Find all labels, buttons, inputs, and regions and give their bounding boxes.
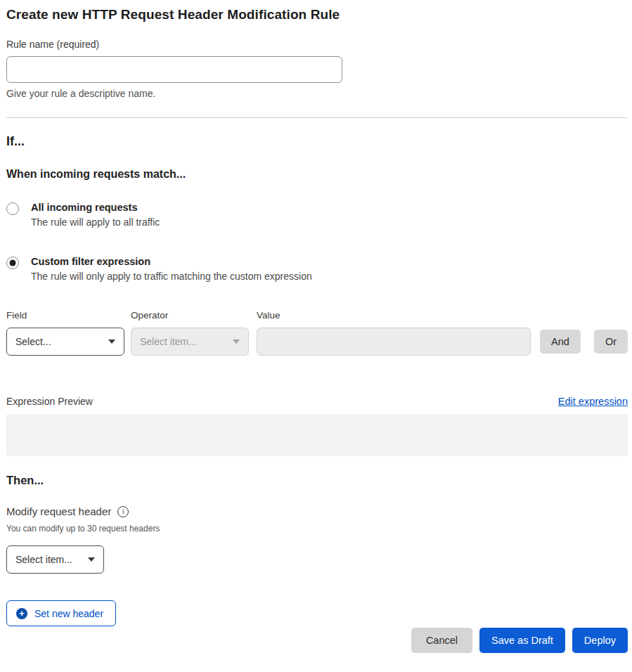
- deploy-button[interactable]: Deploy: [572, 628, 628, 653]
- expression-builder-row: Field Select... Operator Select item... …: [6, 310, 628, 356]
- modify-helper-text: You can modify up to 30 request headers: [6, 524, 628, 534]
- expression-preview-label: Expression Preview: [6, 396, 93, 407]
- or-button[interactable]: Or: [594, 330, 628, 354]
- modify-request-header-label: Modify request header: [6, 505, 111, 517]
- rule-name-input[interactable]: [6, 56, 342, 83]
- plus-icon: +: [16, 608, 27, 619]
- rule-name-label: Rule name (required): [6, 39, 628, 50]
- footer-actions: Cancel Save as Draft Deploy: [6, 628, 628, 653]
- radio-label-all-incoming[interactable]: All incoming requests: [31, 202, 160, 213]
- value-label: Value: [257, 310, 531, 321]
- set-new-header-button[interactable]: + Set new header: [6, 600, 116, 626]
- when-match-subheading: When incoming requests match...: [6, 168, 628, 181]
- chevron-down-icon: [108, 340, 115, 344]
- section-divider: [6, 117, 628, 118]
- rule-name-helper: Give your rule a descriptive name.: [6, 88, 628, 99]
- and-button[interactable]: And: [540, 330, 581, 354]
- radio-desc-all-incoming: The rule will apply to all traffic: [31, 217, 160, 228]
- field-label: Field: [6, 310, 124, 321]
- header-action-select[interactable]: Select item...: [6, 545, 104, 574]
- save-as-draft-button[interactable]: Save as Draft: [479, 628, 565, 653]
- page-title: Create new HTTP Request Header Modificat…: [6, 7, 628, 22]
- radio-option-all-incoming[interactable]: All incoming requests The rule will appl…: [6, 202, 628, 228]
- field-select[interactable]: Select...: [6, 328, 124, 356]
- expression-preview-header: Expression Preview Edit expression: [6, 396, 628, 407]
- operator-select: Select item...: [131, 328, 249, 356]
- then-heading: Then...: [6, 474, 628, 487]
- operator-select-placeholder: Select item...: [140, 336, 197, 347]
- expression-preview-box: [6, 414, 628, 456]
- edit-expression-link[interactable]: Edit expression: [558, 396, 628, 407]
- radio-option-custom-filter[interactable]: Custom filter expression The rule will o…: [6, 256, 628, 282]
- if-heading: If...: [6, 134, 628, 149]
- radio-button-custom-filter[interactable]: [6, 257, 19, 269]
- value-input: [257, 328, 531, 356]
- modify-header-row: Modify request header i: [6, 505, 628, 517]
- radio-button-all-incoming[interactable]: [6, 202, 19, 215]
- chevron-down-icon: [88, 557, 95, 562]
- andor-group: And Or: [540, 330, 628, 356]
- header-action-select-placeholder: Select item...: [15, 554, 72, 565]
- info-icon[interactable]: i: [117, 506, 129, 517]
- set-new-header-label: Set new header: [34, 608, 103, 619]
- chevron-down-icon: [233, 340, 240, 344]
- radio-label-custom-filter[interactable]: Custom filter expression: [31, 256, 312, 267]
- create-rule-page: Create new HTTP Request Header Modificat…: [0, 0, 632, 653]
- radio-desc-custom-filter: The rule will only apply to traffic matc…: [31, 271, 312, 282]
- operator-label: Operator: [131, 310, 249, 321]
- field-select-value: Select...: [15, 336, 51, 347]
- cancel-button[interactable]: Cancel: [411, 628, 472, 653]
